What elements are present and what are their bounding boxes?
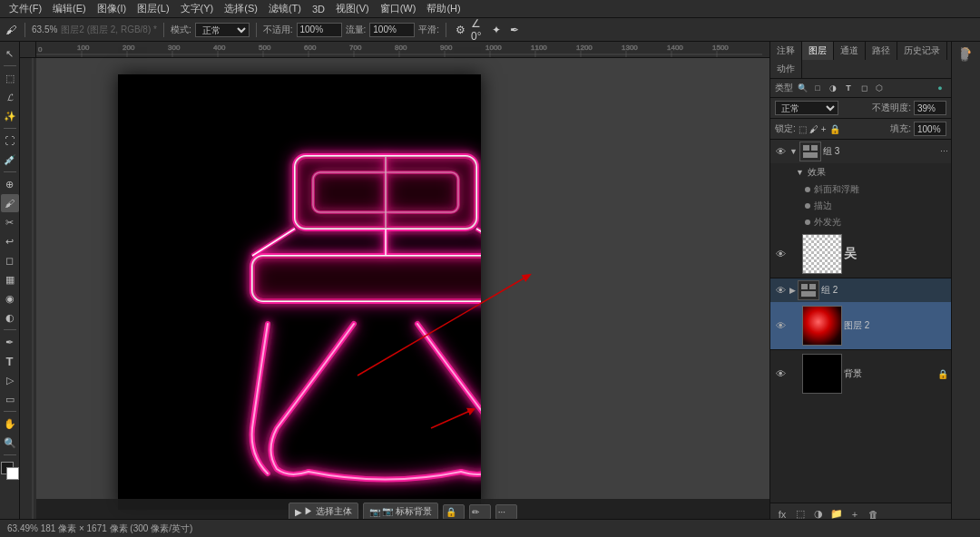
tool-sep-6 [4,454,16,455]
opacity-input[interactable] [914,101,946,115]
more-btn[interactable]: ··· [495,504,517,520]
tool-crop[interactable]: ⛶ [1,132,19,150]
color-boxes[interactable] [1,462,19,480]
background-layer-row[interactable]: 👁 背景 🔒 [770,350,951,397]
svg-rect-58 [809,284,816,289]
tab-channels[interactable]: 通道 [834,42,866,60]
lock-move-icon[interactable]: + [821,124,827,134]
canvas-area[interactable]: 0 100 200 300 400 500 600 700 800 900 10… [20,42,769,524]
lock-all-icon[interactable]: 🔒 [829,124,840,134]
layer2-row[interactable]: 👁 图层 2 [770,302,951,349]
group3-expand-icon[interactable]: ▼ [789,147,798,156]
svg-text:1100: 1100 [531,44,547,52]
smartobj-filter-icon[interactable]: ⬡ [873,82,886,94]
mask-bg-btn[interactable]: 📷 📷 标标背景 [363,503,438,521]
tool-marquee[interactable]: ⬚ [1,69,19,87]
tab-paths[interactable]: 路径 [866,42,897,60]
menu-3d[interactable]: 3D [307,0,330,17]
fr-color-swatch[interactable]: 🎨 [954,44,979,60]
tool-heal[interactable]: ⊕ [1,175,19,193]
tool-lasso[interactable]: 𝓛 [1,88,19,106]
tab-notes[interactable]: 注释 [770,42,802,60]
edit-btn[interactable]: ✏ [469,504,491,520]
svg-rect-57 [801,284,808,289]
group3-options-icon[interactable]: ⋯ [940,147,948,156]
pressure-icon[interactable]: ✦ [489,23,504,37]
tool-blur[interactable]: ◉ [1,289,19,308]
adjustment-filter-icon[interactable]: ◑ [827,82,839,94]
tool-pen[interactable]: ✒ [1,333,19,351]
pen-icon[interactable]: ✒ [507,23,522,37]
text-filter-icon[interactable]: T [842,82,855,94]
pixel-filter-icon[interactable]: □ [811,82,824,94]
shape-filter-icon[interactable]: ◻ [858,82,870,94]
layer2-visibility[interactable]: 👁 [773,318,788,333]
bg-visibility[interactable]: 👁 [773,366,788,381]
menu-window[interactable]: 窗口(W) [375,0,422,17]
opacity-input[interactable] [297,23,342,37]
tool-eyedropper[interactable]: 💉 [1,151,19,169]
group2-header[interactable]: 👁 ▶ 组 2 [770,278,951,302]
group2-expand-icon[interactable]: ▶ [789,286,796,295]
ruler-horizontal: 0 100 200 300 400 500 600 700 800 900 10… [36,42,769,58]
tool-type[interactable]: T [1,352,19,370]
menu-text[interactable]: 文字(Y) [175,0,220,17]
angle-icon[interactable]: ∠ 0° [471,23,485,37]
layer-wu[interactable]: 👁 吴 [770,230,951,278]
menu-help[interactable]: 帮助(H) [421,0,466,17]
tool-hand[interactable]: ✋ [1,415,19,433]
lock-btn[interactable]: 🔒 [443,504,465,520]
menu-image[interactable]: 图像(I) [92,0,132,17]
svg-text:400: 400 [213,44,226,52]
fill-input[interactable] [914,122,946,136]
tool-move[interactable]: ↖ [1,44,19,63]
tool-brush-icon[interactable]: 🖌 [4,23,18,37]
effect-bevel: 斜面和浮雕 [805,181,951,198]
tool-dodge[interactable]: ◐ [1,308,19,327]
tool-shape[interactable]: ▭ [1,390,19,408]
tool-clone[interactable]: ✂ [1,213,19,231]
lock-transparent-icon[interactable]: ⬚ [799,124,807,134]
group2-visibility[interactable]: 👁 [773,283,788,298]
filter-icon[interactable]: 🔍 [796,82,808,94]
menu-file[interactable]: 文件(F) [4,0,47,17]
effect-glow: 外发光 [805,214,951,230]
menu-view[interactable]: 视图(V) [330,0,375,17]
tab-actions[interactable]: 动作 [770,60,802,78]
tool-path-select[interactable]: ▷ [1,371,19,389]
svg-text:200: 200 [122,44,135,52]
tab-history[interactable]: 历史记录 [897,42,947,60]
filter-toggle[interactable]: ● [934,82,946,94]
svg-text:1200: 1200 [576,44,593,52]
menu-filter[interactable]: 滤镜(T) [263,0,307,17]
zoom-label: 63.5% [32,24,57,34]
svg-rect-49 [252,256,481,301]
blend-mode-select[interactable]: 正常 [775,101,838,115]
lock-paint-icon[interactable]: 🖌 [809,124,818,134]
tool-wand[interactable]: ✨ [1,107,19,125]
group3-header[interactable]: 👁 ▼ 组 3 ⋯ [770,140,951,163]
fill-label: 填充: [890,122,911,135]
toolbar-sep-3 [256,23,257,37]
select-subject-btn[interactable]: ▶ ▶ 选择主体 [289,503,358,521]
tool-eraser[interactable]: ◻ [1,251,19,269]
tool-brush[interactable]: 🖌 [1,194,19,212]
left-panel: ↖ ⬚ 𝓛 ✨ ⛶ 💉 ⊕ 🖌 ✂ ↩ ◻ ▦ ◉ ◐ ✒ T ▷ ▭ ✋ 🔍 [0,42,20,524]
menu-select[interactable]: 选择(S) [219,0,263,17]
effects-expand-icon[interactable]: ▼ [796,168,804,177]
wu-visibility[interactable]: 👁 [773,247,788,261]
tool-history-brush[interactable]: ↩ [1,232,19,250]
flow-input[interactable] [369,23,415,37]
tab-layers[interactable]: 图层 [802,42,834,60]
tool-gradient[interactable]: ▦ [1,270,19,288]
menu-layer[interactable]: 图层(L) [132,0,174,17]
main-layout: ↖ ⬚ 𝓛 ✨ ⛶ 💉 ⊕ 🖌 ✂ ↩ ◻ ▦ ◉ ◐ ✒ T ▷ ▭ ✋ 🔍 [0,42,980,524]
menu-edit[interactable]: 编辑(E) [47,0,92,17]
settings-icon[interactable]: ⚙ [453,23,467,37]
tool-zoom[interactable]: 🔍 [1,434,19,452]
bg-black [803,355,841,393]
background-color[interactable] [6,467,19,480]
lock-label: 锁定: [775,122,796,135]
group3-visibility[interactable]: 👁 [773,144,788,159]
blend-mode-select[interactable]: 正常 [195,23,250,37]
